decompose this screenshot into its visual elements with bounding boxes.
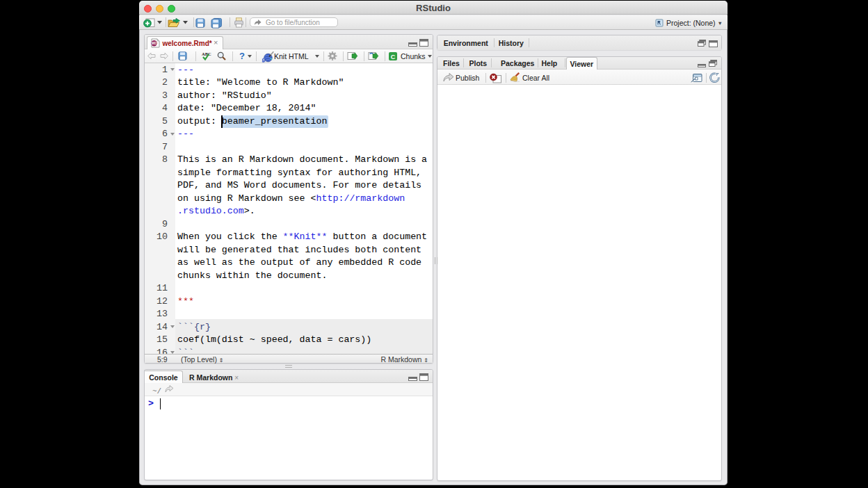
svg-text:C: C xyxy=(391,53,396,60)
svg-text:MD: MD xyxy=(152,42,157,45)
svg-text:ABC: ABC xyxy=(202,51,211,56)
